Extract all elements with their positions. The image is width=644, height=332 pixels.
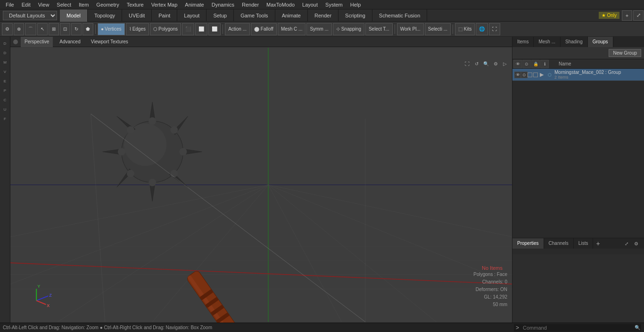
viewport-expand-icon[interactable]: ▷ — [501, 59, 509, 68]
rp-tab-shading[interactable]: Shading — [561, 37, 588, 47]
viewport-tab-textures[interactable]: Viewport Textures — [87, 37, 132, 47]
command-input[interactable] — [521, 324, 634, 332]
tab-paint[interactable]: Paint — [152, 9, 177, 22]
viewport-tab-advanced[interactable]: Advanced — [56, 37, 84, 47]
sidebar-icon-e[interactable]: E — [1, 77, 9, 85]
groups-render-icon[interactable]: ⊙ — [522, 60, 531, 68]
menu-vertex-map[interactable]: Vertex Map — [148, 0, 182, 9]
viewport-settings-icon[interactable]: ⚙ — [491, 59, 500, 68]
svg-text:X: X — [47, 303, 50, 308]
tool-select-arrow[interactable]: ↖ — [37, 23, 48, 35]
bp-settings-icon[interactable]: ⚙ — [632, 239, 640, 248]
viewport-fit-icon[interactable]: ⛶ — [463, 59, 471, 68]
viewport-tab-perspective[interactable]: Perspective — [21, 37, 53, 47]
tool-vertices[interactable]: ● Vertices — [98, 23, 125, 35]
menu-select[interactable]: Select — [53, 0, 75, 9]
bp-add-tab-button[interactable]: + — [593, 238, 603, 249]
tool-arc[interactable]: ⌒ — [25, 23, 36, 35]
menu-item[interactable]: Item — [75, 0, 92, 9]
bp-tab-properties[interactable]: Properties — [512, 238, 544, 249]
sidebar-icon-d1[interactable]: D — [1, 39, 9, 48]
tool-white-box2[interactable]: ⬜ — [208, 23, 221, 35]
sidebar-icon-c[interactable]: C — [1, 96, 9, 104]
tab-render[interactable]: Render — [308, 9, 339, 22]
tab-model[interactable]: Model — [60, 9, 88, 22]
tab-setup[interactable]: Setup — [206, 9, 234, 22]
tool-snapping[interactable]: ⊹ Snapping — [333, 23, 364, 35]
menu-texture[interactable]: Texture — [123, 0, 148, 9]
sidebar-icon-f[interactable]: F — [1, 114, 9, 123]
group-item-morningstar[interactable]: 👁 ⊙ ▶ ⬡ Morningstar_Mace_002 : Group 2 I… — [512, 69, 644, 81]
viewport-canvas[interactable]: Z Y X ⛶ ↺ 🔍 ⚙ ▷ No Items Polygons : Face… — [10, 47, 512, 323]
menu-layout[interactable]: Layout — [298, 0, 322, 9]
group-eye-toggle[interactable]: 👁 — [514, 72, 521, 78]
tab-game-tools[interactable]: Game Tools — [234, 9, 275, 22]
groups-eye-icon[interactable]: 👁 — [513, 60, 522, 68]
tab-layout[interactable]: Layout — [177, 9, 206, 22]
separator-4 — [453, 24, 453, 34]
groups-lock-icon[interactable]: 🔒 — [531, 60, 540, 68]
tool-box[interactable]: ⊡ — [60, 23, 70, 35]
bp-tab-channels[interactable]: Channels — [544, 238, 574, 249]
sidebar-icon-v[interactable]: V — [1, 67, 9, 76]
tool-edges[interactable]: ⌇ Edges — [126, 23, 149, 35]
sidebar-icon-d2[interactable]: D — [1, 49, 9, 57]
menu-system[interactable]: System — [322, 0, 347, 9]
tool-grid[interactable]: ⊞ — [49, 23, 59, 35]
rp-tab-items[interactable]: Items — [512, 37, 534, 47]
tool-settings[interactable]: ⚙ — [2, 23, 13, 35]
tool-select-t[interactable]: Select T... — [365, 23, 393, 35]
svg-point-36 — [149, 178, 156, 186]
tool-selecti[interactable]: Selecti ... — [425, 23, 451, 35]
tool-mesh-c[interactable]: Mesh C ... — [278, 23, 306, 35]
group-expand-icon[interactable]: ▶ — [540, 72, 545, 78]
viewport-sync-icon[interactable]: ↺ — [472, 59, 481, 68]
tool-symm[interactable]: Symm ... — [306, 23, 331, 35]
groups-info-icon[interactable]: ℹ — [540, 60, 549, 68]
menu-help[interactable]: Help — [347, 0, 365, 9]
menu-dynamics[interactable]: Dynamics — [208, 0, 238, 9]
bp-tab-lists[interactable]: Lists — [574, 238, 594, 249]
sidebar-icon-m[interactable]: M — [1, 58, 9, 66]
add-layout-button[interactable]: + — [622, 10, 632, 21]
tab-schematic-fusion[interactable]: Schematic Fusion — [372, 9, 427, 22]
bp-expand-icon[interactable]: ⤢ — [622, 239, 631, 248]
menu-geometry[interactable]: Geometry — [92, 0, 123, 9]
rp-tab-groups[interactable]: Groups — [588, 37, 613, 47]
sidebar-icon-p[interactable]: P — [1, 86, 9, 95]
command-search-icon[interactable]: 🔍 — [634, 324, 641, 332]
tool-rotate[interactable]: ↻ — [71, 23, 82, 35]
viewport-search-icon[interactable]: 🔍 — [482, 59, 490, 68]
menu-edit[interactable]: Edit — [18, 0, 34, 9]
tab-uvedit[interactable]: UVEdit — [122, 9, 152, 22]
tool-center[interactable]: ⊕ — [14, 23, 24, 35]
menu-maxtomodo[interactable]: MaxToModo — [263, 0, 298, 9]
tool-diamond[interactable]: ⬟ — [83, 23, 93, 35]
group-name-label: Morningstar_Mace_002 : Group — [554, 70, 642, 75]
group-render-toggle[interactable]: ⊙ — [521, 72, 528, 78]
tool-falloff[interactable]: ⬤ Falloff — [251, 23, 277, 35]
viewport-collapse[interactable] — [13, 40, 18, 44]
menu-animate[interactable]: Animate — [181, 0, 207, 9]
menu-render[interactable]: Render — [238, 0, 263, 9]
layout-dropdown[interactable]: Default Layouts — [3, 11, 57, 20]
sidebar-icon-u[interactable]: U — [1, 105, 9, 113]
tool-work-pl[interactable]: Work Pl... — [397, 23, 424, 35]
menu-view[interactable]: View — [34, 0, 53, 9]
tool-globe[interactable]: 🌐 — [476, 23, 488, 35]
bp-toolbar: ⤢ ⚙ — [622, 239, 642, 248]
tool-white-box[interactable]: ⬜ — [195, 23, 207, 35]
new-group-button[interactable]: New Group — [609, 49, 641, 57]
tool-kits[interactable]: ⬚ Kits — [455, 23, 475, 35]
menu-file[interactable]: File — [2, 0, 18, 9]
viewport-area[interactable]: Perspective Advanced Viewport Textures — [10, 37, 512, 323]
tool-fullscreen[interactable]: ⛶ — [489, 23, 500, 35]
maximize-button[interactable]: ⤢ — [633, 10, 644, 21]
tool-action[interactable]: Action ... — [225, 23, 250, 35]
rp-tab-mesh[interactable]: Mesh ... — [534, 37, 561, 47]
tab-animate[interactable]: Animate — [275, 9, 308, 22]
tab-scripting[interactable]: Scripting — [339, 9, 372, 22]
tool-polygons[interactable]: ⬡ Polygons — [150, 23, 181, 35]
tab-topology[interactable]: Topology — [88, 9, 122, 22]
tool-box2[interactable]: ⬛ — [182, 23, 194, 35]
